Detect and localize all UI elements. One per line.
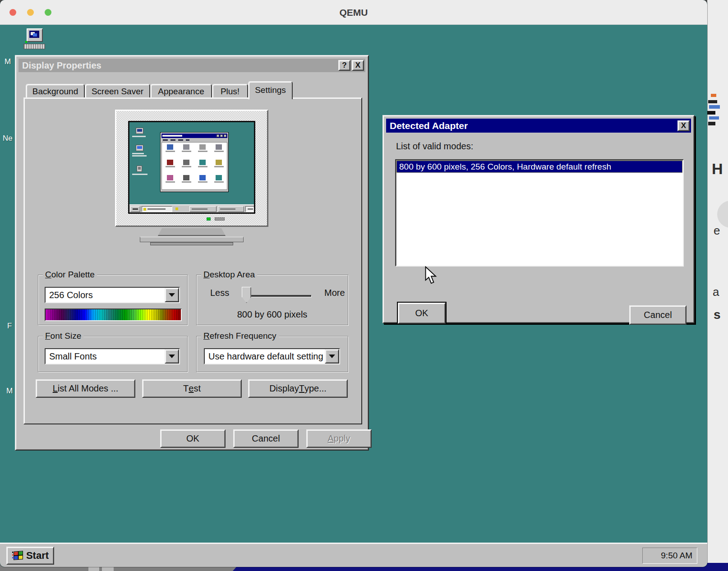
chevron-down-icon[interactable] — [165, 288, 179, 302]
ok-button[interactable]: OK — [398, 303, 446, 324]
chevron-down-icon[interactable] — [325, 349, 339, 364]
desktop-icon-label[interactable]: Ne — [3, 134, 13, 143]
font-size-value: Small Fonts — [49, 349, 163, 364]
desktop-icon-label[interactable]: M — [6, 387, 13, 396]
start-label: Start — [26, 550, 49, 562]
close-icon[interactable]: X — [677, 120, 690, 131]
monitor-power-led — [207, 217, 211, 221]
mini-taskbar — [129, 204, 254, 212]
refresh-frequency-label: Refresh Frequency — [201, 331, 279, 341]
desktop-area-slider-thumb[interactable] — [242, 287, 251, 303]
cancel-button[interactable]: Cancel — [233, 429, 299, 448]
detected-adapter-titlebar: Detected Adapter X — [386, 119, 691, 133]
mouse-cursor-icon — [424, 266, 438, 285]
monitor-stand — [158, 228, 226, 236]
taskbar: Start 9:50 AM — [0, 543, 707, 567]
background-window-text-fragment: s — [714, 308, 721, 322]
background-window-text-fragment: a — [713, 285, 719, 299]
system-tray: 9:50 AM — [642, 548, 697, 564]
desktop-area-value: 800 by 600 pixels — [197, 309, 348, 320]
display-type-button[interactable]: Display Type... — [248, 379, 348, 398]
close-icon[interactable]: X — [352, 60, 364, 71]
dialog-title: Display Properties — [18, 60, 338, 71]
color-palette-preview-strip — [45, 309, 182, 321]
display-properties-dialog: Display Properties ? X Background Screen… — [15, 55, 369, 451]
desktop-area-slider-track[interactable] — [250, 295, 311, 297]
list-all-modes-button[interactable]: List All Modes ... — [36, 379, 135, 398]
tab-screen-saver[interactable]: Screen Saver — [85, 84, 150, 98]
monitor-base — [140, 237, 244, 242]
guest-desktop: M Ne F M Display Properties ? X Backgrou… — [0, 25, 707, 567]
settings-tab-panel: Color Palette 256 Colors Desktop Area Le… — [23, 97, 362, 424]
chevron-down-icon[interactable] — [165, 349, 179, 364]
taskbar-clock: 9:50 AM — [661, 551, 697, 561]
monitor-front-button — [215, 217, 225, 221]
window-title: QEMU — [0, 0, 707, 25]
font-size-group: Font Size Small Fonts — [38, 336, 188, 372]
modes-listbox[interactable]: 800 by 600 pixels, 256 Colors, Hardware … — [395, 159, 684, 267]
desktop-area-label: Desktop Area — [201, 270, 257, 280]
dialog-title: Detected Adapter — [386, 120, 677, 131]
detected-adapter-dialog: Detected Adapter X List of valid modes: … — [382, 115, 695, 323]
test-button[interactable]: Test — [142, 379, 242, 398]
background-window-sliver: H e a s — [707, 0, 728, 571]
refresh-frequency-group: Refresh Frequency Use hardware default s… — [196, 336, 348, 372]
tab-background[interactable]: Background — [26, 84, 85, 98]
monitor-screen-preview — [128, 121, 255, 214]
mode-list-item-selected[interactable]: 800 by 600 pixels, 256 Colors, Hardware … — [396, 161, 682, 173]
monitor-base-lip — [150, 242, 233, 245]
font-size-select[interactable]: Small Fonts — [45, 348, 180, 364]
macos-titlebar: QEMU — [0, 0, 707, 25]
desktop-area-group: Desktop Area Less More 800 by 600 pixels — [196, 275, 348, 325]
slider-less-label: Less — [210, 288, 229, 298]
monitor-bezel — [115, 110, 268, 227]
background-window-text-fragment: e — [714, 224, 720, 238]
display-properties-titlebar: Display Properties ? X — [18, 59, 365, 72]
ok-button[interactable]: OK — [160, 429, 226, 448]
tab-appearance[interactable]: Appearance — [150, 84, 212, 98]
mini-window — [160, 132, 229, 192]
desktop-icon-label[interactable]: M — [5, 57, 11, 66]
tab-strip: Background Screen Saver Appearance Plus!… — [26, 80, 293, 98]
color-palette-select[interactable]: 256 Colors — [45, 287, 180, 303]
apply-button: Apply — [306, 429, 372, 448]
desktop-icon-label[interactable]: F — [7, 322, 12, 331]
tab-settings[interactable]: Settings — [248, 81, 293, 99]
tab-plus[interactable]: Plus! — [212, 84, 248, 98]
cancel-button[interactable]: Cancel — [629, 305, 687, 325]
windows-logo-icon — [12, 550, 23, 561]
my-computer-icon[interactable] — [23, 28, 46, 55]
refresh-frequency-value: Use hardware default setting — [208, 349, 324, 364]
start-button[interactable]: Start — [6, 547, 54, 565]
qemu-window: QEMU M Ne F M Display Properties ? X Bac… — [0, 0, 707, 567]
monitor-preview — [111, 107, 273, 253]
font-size-label: Font Size — [43, 331, 83, 341]
help-button[interactable]: ? — [338, 60, 350, 71]
color-palette-group: Color Palette 256 Colors — [38, 275, 188, 325]
color-palette-value: 256 Colors — [49, 288, 163, 302]
refresh-frequency-select[interactable]: Use hardware default setting — [204, 348, 340, 364]
list-of-valid-modes-label: List of valid modes: — [396, 141, 473, 152]
slider-more-label: More — [324, 288, 345, 298]
background-window-text-fragment: H — [712, 160, 723, 178]
color-palette-label: Color Palette — [43, 270, 97, 280]
